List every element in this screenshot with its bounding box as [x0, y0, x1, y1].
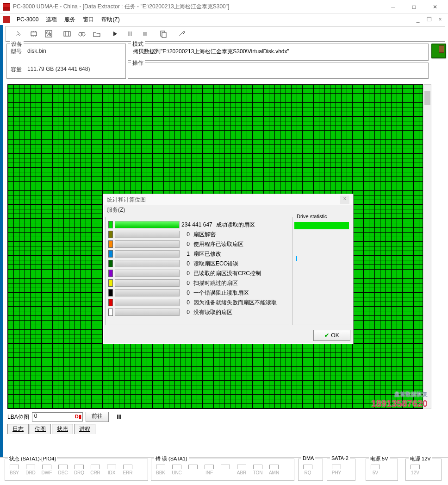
stat-label: 读取扇区ECC错误 — [193, 260, 286, 268]
stat-color-swatch — [108, 270, 113, 277]
tool-copy-icon[interactable] — [157, 28, 170, 40]
status-led: 5V — [368, 465, 383, 475]
led-box — [237, 465, 246, 469]
capacity-label: 容量 — [11, 66, 27, 74]
pwr5-label: 电源 5V — [369, 455, 390, 462]
ok-button[interactable]: ✔OK — [313, 330, 350, 341]
stat-row: 0 扇区解密 — [108, 230, 286, 239]
close-button[interactable]: ✕ — [424, 0, 445, 13]
stat-value: 0 — [181, 299, 190, 306]
stat-row: 0 因为准备就绪失败而扇区不能读取 — [108, 298, 286, 307]
stat-bar — [115, 289, 180, 296]
tab-status[interactable]: 状态 — [52, 424, 73, 434]
goto-button[interactable]: 前往 — [86, 412, 109, 422]
status-led: DSC — [56, 465, 70, 475]
maximize-button[interactable]: □ — [404, 0, 424, 13]
stat-row: 234 441 647 成功读取的扇区 — [108, 220, 286, 229]
led-box — [26, 465, 35, 469]
tool-drill-icon[interactable] — [175, 28, 188, 40]
drive-statistic-label: Drive statistic — [295, 214, 328, 219]
tool-percent-icon[interactable]: % — [42, 28, 55, 40]
stat-bar — [115, 260, 180, 267]
tool-stop-icon[interactable] — [138, 28, 151, 40]
led-box — [172, 465, 181, 469]
menu-window[interactable]: 窗口 — [79, 15, 98, 25]
stat-color-swatch — [108, 221, 113, 228]
menu-service[interactable]: 服务 — [61, 15, 79, 25]
stat-row: 0 没有读取的扇区 — [108, 308, 286, 317]
vertical-scrollbar[interactable] — [423, 84, 431, 409]
toolbar: % — [6, 26, 445, 42]
status-group-state: 状态 (SATA1)-[PIO4] BSYDRDDWFDSCDRQCRRIDXE… — [5, 459, 148, 481]
mdi-minimize-button[interactable]: _ — [413, 15, 423, 24]
stat-label: 因为准备就绪失败而扇区不能读取 — [193, 299, 286, 307]
nav-row: LBA位图 0D▮ 前往 排列 — [7, 411, 429, 423]
stat-label: 扇区解密 — [193, 231, 286, 239]
side-disk-button[interactable] — [431, 44, 446, 58]
status-group-sata2: SATA-2 PHY — [327, 459, 355, 481]
led-box — [91, 465, 100, 469]
led-label: 5V — [373, 470, 378, 475]
scrollbar-thumb[interactable] — [424, 91, 430, 105]
led-label: PHY — [332, 470, 342, 475]
tool-settings-icon[interactable] — [12, 28, 25, 40]
tab-log[interactable]: 日志 — [7, 424, 29, 434]
status-bar: 状态 (SATA1)-[PIO4] BSYDRDDWFDSCDRQCRRIDXE… — [0, 457, 448, 485]
sata2-label: SATA-2 — [330, 455, 350, 461]
mode-value: 拷贝数据到"E:\20200213上海松江金泰克S300\VirtualDisk… — [132, 46, 424, 57]
menu-help[interactable]: 帮助(Z) — [98, 15, 123, 25]
led-box — [205, 465, 214, 469]
dialog-titlebar[interactable]: 统计和计算位图 × — [103, 194, 353, 205]
tool-map-icon[interactable] — [61, 28, 74, 40]
stat-label: 成功读取的扇区 — [216, 221, 286, 229]
tab-process[interactable]: 进程 — [74, 424, 95, 434]
stat-color-swatch — [108, 299, 113, 306]
stat-row: 1 扇区已修改 — [108, 249, 286, 258]
led-box — [411, 465, 420, 469]
led-box — [58, 465, 68, 469]
lba-label: LBA位图 — [7, 413, 29, 421]
led-label: UNC — [172, 470, 182, 475]
status-led: 12V — [408, 465, 423, 475]
statistics-dialog: 统计和计算位图 × 服务(Z) 234 441 647 成功读取的扇区 0 扇区… — [103, 194, 354, 344]
nav-pause-icon[interactable] — [112, 411, 125, 423]
led-label: AMN — [269, 470, 279, 475]
led-box — [123, 465, 132, 469]
svg-rect-0 — [31, 32, 37, 36]
status-led: DRD — [23, 465, 38, 475]
dialog-title: 统计和计算位图 — [107, 196, 340, 204]
status-led: CRR — [88, 465, 103, 475]
led-label: ABR — [237, 470, 247, 475]
mdi-close-button[interactable]: × — [435, 15, 445, 24]
mdi-restore-button[interactable]: ❐ — [424, 15, 434, 24]
menu-app[interactable]: PC-3000 — [13, 15, 42, 24]
dialog-close-button[interactable]: × — [340, 195, 349, 204]
tool-folder-icon[interactable] — [90, 28, 103, 40]
led-label: BSY — [10, 470, 19, 475]
tool-pause-icon[interactable] — [124, 28, 137, 40]
status-group-pwr5: 电源 5V 5V — [366, 459, 398, 481]
stat-row: 0 使用程序已读取扇区 — [108, 239, 286, 249]
status-led: BBK — [153, 465, 168, 475]
status-group-error: 错 误 (SATA1) BBKUNCINFABRTONAMN — [151, 459, 294, 481]
drive-statistic-bar — [294, 222, 349, 229]
tab-bitmap[interactable]: 位图 — [30, 424, 51, 434]
stat-color-swatch — [108, 309, 113, 316]
led-box — [156, 465, 165, 469]
status-group-dma: DMA RQ — [298, 459, 323, 481]
pwr12-label: 电源 12V — [409, 455, 432, 462]
led-label: ERR — [123, 470, 132, 475]
sort-button[interactable]: 排列 — [406, 412, 429, 422]
tool-chip-icon[interactable] — [27, 28, 40, 40]
stat-value: 0 — [181, 280, 190, 286]
lba-mode-icon[interactable]: D▮ — [75, 414, 81, 420]
tool-binoculars-icon[interactable] — [75, 28, 88, 40]
led-label: BBK — [156, 470, 165, 475]
lba-input[interactable]: 0D▮ — [32, 412, 83, 422]
menu-options[interactable]: 选项 — [42, 15, 61, 25]
minimize-button[interactable]: ─ — [383, 0, 404, 13]
status-led: AMN — [267, 465, 281, 475]
tool-play-icon[interactable] — [109, 28, 122, 40]
status-led: DRQ — [72, 465, 87, 475]
stat-bar — [115, 279, 180, 287]
